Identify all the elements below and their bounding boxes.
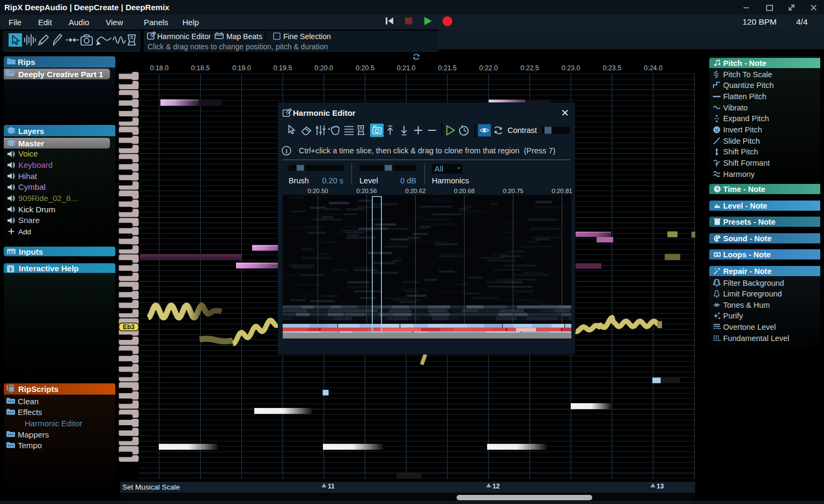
svg-text:Effects: Effects: [18, 407, 42, 417]
svg-text:0:24.0: 0:24.0: [644, 64, 663, 72]
svg-text:Add: Add: [18, 228, 31, 236]
svg-text:0:21.0: 0:21.0: [397, 64, 416, 72]
svg-text:0:20.81: 0:20.81: [551, 187, 572, 194]
svg-text:Vibrato: Vibrato: [723, 103, 748, 112]
svg-text:0:23.5: 0:23.5: [602, 64, 621, 72]
svg-text:0:20.0: 0:20.0: [314, 64, 333, 72]
svg-text:Eb3: Eb3: [123, 323, 135, 331]
svg-text:Inputs: Inputs: [19, 247, 43, 256]
svg-text:Mappers: Mappers: [18, 430, 49, 439]
svg-text:4/4: 4/4: [796, 17, 808, 26]
svg-text:909Ride_02_8…: 909Ride_02_8…: [18, 194, 79, 203]
svg-text:Fundamental Level: Fundamental Level: [723, 334, 789, 343]
svg-text:Click & drag notes to change p: Click & drag notes to change position, p…: [148, 42, 328, 51]
svg-text:Fine Selection: Fine Selection: [283, 32, 331, 41]
svg-text:Pitch To Scale: Pitch To Scale: [723, 70, 772, 79]
svg-text:Cymbal: Cymbal: [18, 182, 46, 191]
svg-text:Invert Pitch: Invert Pitch: [723, 125, 762, 134]
svg-text:0:20.68: 0:20.68: [454, 187, 474, 194]
svg-text:Level: Level: [359, 176, 378, 184]
svg-text:Master: Master: [18, 139, 45, 148]
svg-text:0:23.0: 0:23.0: [562, 64, 580, 72]
svg-text:Layers: Layers: [18, 127, 44, 136]
svg-text:Contrast: Contrast: [507, 126, 537, 135]
svg-text:Slide Pitch: Slide Pitch: [723, 137, 760, 145]
svg-text:All: All: [435, 164, 443, 173]
svg-text:Map Beats: Map Beats: [226, 32, 262, 41]
svg-text:Brush: Brush: [289, 176, 309, 184]
svg-text:Filter Background: Filter Background: [723, 279, 784, 287]
svg-text:120 BPM: 120 BPM: [742, 17, 777, 26]
svg-text:0 dB: 0 dB: [400, 176, 416, 184]
svg-text:0:20.50: 0:20.50: [307, 187, 328, 194]
svg-text:Harmonic Editor: Harmonic Editor: [157, 32, 211, 41]
svg-text:0:19.5: 0:19.5: [274, 64, 292, 72]
svg-text:0:19.0: 0:19.0: [232, 64, 251, 72]
svg-text:0:22.0: 0:22.0: [479, 64, 498, 72]
svg-text:Keyboard: Keyboard: [18, 160, 53, 169]
svg-text:0:20.62: 0:20.62: [405, 187, 425, 194]
svg-text:Deeply Creative Part 1: Deeply Creative Part 1: [18, 70, 103, 79]
svg-text:Rips: Rips: [18, 57, 35, 66]
svg-text:Harmonic Editor: Harmonic Editor: [25, 419, 83, 428]
svg-text:0.20 s: 0.20 s: [322, 176, 344, 184]
svg-text:Harmony: Harmony: [723, 170, 755, 179]
svg-text:Harmonic Editor: Harmonic Editor: [293, 108, 356, 117]
svg-text:Flatten Pitch: Flatten Pitch: [723, 92, 767, 101]
svg-text:0:20.75: 0:20.75: [503, 187, 523, 194]
svg-text:0:21.5: 0:21.5: [438, 64, 457, 72]
svg-text:Set Musical Scale: Set Musical Scale: [122, 483, 180, 491]
svg-text:Ctrl+click a time slice, then: Ctrl+click a time slice, then click & dr…: [299, 146, 555, 154]
svg-text:i: i: [10, 266, 11, 272]
svg-text:0:22.5: 0:22.5: [520, 64, 539, 72]
svg-text:Harmonics: Harmonics: [432, 176, 469, 184]
svg-text:Quantize Pitch: Quantize Pitch: [723, 81, 774, 90]
svg-text:0:20.5: 0:20.5: [356, 64, 374, 72]
svg-text:Expand Pitch: Expand Pitch: [723, 114, 769, 123]
svg-text:Voice: Voice: [18, 149, 38, 158]
svg-text:Limit Foreground: Limit Foreground: [723, 290, 782, 298]
svg-text:RipScripts: RipScripts: [18, 384, 58, 394]
svg-text:Snare: Snare: [18, 216, 40, 225]
svg-text:0:20.56: 0:20.56: [356, 187, 377, 194]
svg-text:Hihat: Hihat: [18, 172, 38, 181]
svg-text:Tempo: Tempo: [18, 441, 42, 450]
svg-text:0:18.5: 0:18.5: [191, 64, 210, 72]
svg-text:13: 13: [657, 483, 664, 490]
svg-text:Clean: Clean: [18, 397, 39, 406]
svg-text:Purify: Purify: [723, 312, 744, 320]
svg-text:12: 12: [492, 483, 500, 490]
svg-text:Shift Formant: Shift Formant: [723, 159, 770, 167]
svg-text:Shift Pitch: Shift Pitch: [723, 147, 758, 156]
svg-text:Kick Drum: Kick Drum: [18, 205, 55, 214]
svg-text:i: i: [285, 147, 287, 154]
svg-text:0:18.0: 0:18.0: [150, 64, 168, 72]
svg-text:11: 11: [328, 483, 335, 490]
svg-text:Interactive Help: Interactive Help: [19, 264, 79, 273]
svg-text:Overtone Level: Overtone Level: [723, 323, 776, 331]
svg-text:Tones & Hum: Tones & Hum: [723, 301, 770, 309]
